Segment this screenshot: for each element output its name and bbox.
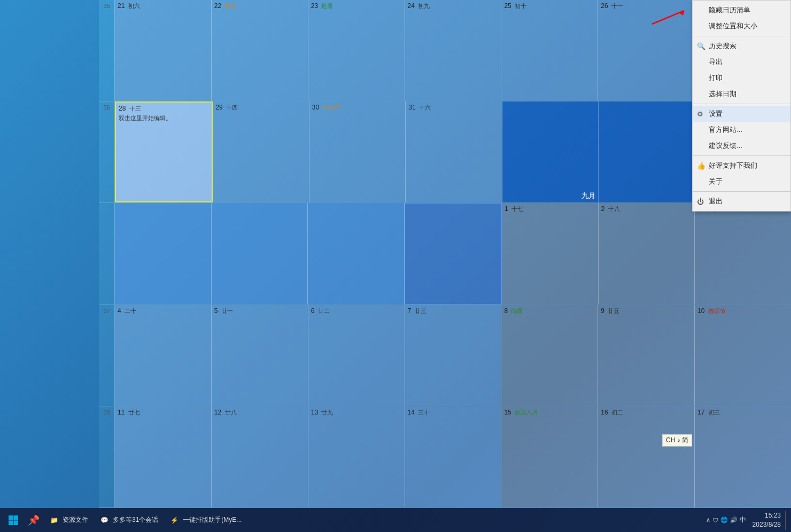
search-icon: 🔍 xyxy=(697,42,705,50)
day-lunar: 二十 xyxy=(125,308,136,314)
day-cell-sep12[interactable]: 12 廿八 xyxy=(212,406,308,507)
week-row-38: 38 11 廿七 12 廿八 13 廿九 14 三十 15 农历八月 xyxy=(99,406,791,508)
day-cell-28[interactable]: 28 十三 双击这里开始编辑。 xyxy=(115,101,213,202)
day-num: 6 xyxy=(311,307,315,315)
start-button[interactable] xyxy=(3,510,24,531)
menu-item-print[interactable]: 打印 xyxy=(693,70,790,86)
day-num: 13 xyxy=(311,409,318,416)
day-cell-29[interactable]: 29 十四 xyxy=(213,101,309,202)
svg-rect-2 xyxy=(9,515,13,520)
day-cell-sep9[interactable]: 9 廿五 xyxy=(598,305,695,406)
day-cell-31[interactable]: 31 十六 xyxy=(406,101,502,202)
menu-item-export[interactable]: 导出 xyxy=(693,54,790,70)
day-cell-23[interactable]: 23 处暑 xyxy=(308,0,405,101)
day-num: 23 xyxy=(311,2,318,10)
svg-rect-3 xyxy=(14,515,19,520)
menu-item-select-date[interactable]: 选择日期 xyxy=(693,86,790,102)
day-lunar: 初三 xyxy=(708,409,720,416)
menu-item-support[interactable]: 👍 好评支持下我们 xyxy=(693,158,790,174)
tray-chevron-icon[interactable]: ∧ xyxy=(706,517,710,523)
menu-item-hide-list[interactable]: 隐藏日历清单 xyxy=(693,2,790,18)
day-cell-24[interactable]: 24 初九 xyxy=(405,0,502,101)
menu-item-resize[interactable]: 调整位置和大小 xyxy=(693,18,790,34)
tray-volume-icon: 🔊 xyxy=(730,517,738,523)
day-num: 22 xyxy=(214,2,221,10)
day-cell-25[interactable]: 25 初十 xyxy=(501,0,598,101)
menu-item-exit[interactable]: ⏻ 退出 xyxy=(693,193,790,209)
day-lunar: 中元节 xyxy=(323,104,340,111)
week-num-38: 38 xyxy=(99,406,115,507)
windows-logo-icon xyxy=(8,515,19,526)
day-cell-26[interactable]: 26 十一 xyxy=(598,0,695,101)
day-cell-sep3[interactable]: 3 十九 xyxy=(695,203,791,304)
day-cell-sep15[interactable]: 15 农历八月 xyxy=(501,406,598,507)
day-cell-sep1[interactable]: 1 十七 xyxy=(502,203,599,304)
day-num: 17 xyxy=(697,409,704,416)
day-cell-m1[interactable] xyxy=(115,203,212,304)
menu-divider-3 xyxy=(693,155,790,156)
day-num: 9 xyxy=(601,307,604,315)
day-cell-m3[interactable] xyxy=(308,203,405,304)
day-num: 14 xyxy=(408,409,415,416)
day-num: 25 xyxy=(504,2,511,10)
taskbar-lang[interactable]: 中 xyxy=(738,515,748,525)
day-cell-sep10[interactable]: 10 教师节 xyxy=(695,305,791,406)
day-cell-30[interactable]: 30 中元节 xyxy=(309,101,406,202)
taskbar-item-helper[interactable]: ⚡ 一键排版助手(MyE... xyxy=(164,511,247,530)
day-lunar: 初十 xyxy=(515,3,526,9)
day-lunar: 廿一 xyxy=(221,308,233,314)
day-cell-sep4[interactable]: 4 二十 xyxy=(115,305,212,406)
settings-icon: ⚙ xyxy=(697,110,703,118)
day-cell-sep13[interactable]: 13 廿九 xyxy=(308,406,405,507)
menu-item-settings[interactable]: ⚙ 设置 xyxy=(693,106,790,122)
day-cell-sep14[interactable]: 14 三十 xyxy=(405,406,502,507)
day-lunar: 廿三 xyxy=(415,308,426,314)
day-cell-sep17[interactable]: 17 初三 xyxy=(695,406,791,507)
day-lunar: 廿二 xyxy=(318,308,330,314)
chat-label: 多多等31个会话 xyxy=(113,515,158,525)
show-desktop-button[interactable] xyxy=(785,511,788,530)
day-lunar: 农历八月 xyxy=(515,409,538,416)
day-cell-sep-1[interactable]: 九月 xyxy=(502,101,599,202)
day-cell-m2[interactable] xyxy=(212,203,308,304)
day-cell-22[interactable]: 22 初七 xyxy=(212,0,308,101)
calendar-grid: 35 21 初六 22 初七 23 处暑 24 初九 25 初十 26 xyxy=(99,0,791,508)
day-lunar: 十八 xyxy=(608,206,620,212)
day-num: 11 xyxy=(118,409,125,416)
menu-divider-2 xyxy=(693,104,790,104)
menu-item-about[interactable]: 关于 xyxy=(693,174,790,190)
system-tray: ∧ 🛡 🌐 🔊 xyxy=(706,517,738,523)
day-note: 双击这里开始编辑。 xyxy=(119,114,209,122)
taskbar-clock[interactable]: 15:23 2023/8/28 xyxy=(748,511,785,529)
helper-label: 一键排版助手(MyE... xyxy=(183,515,242,525)
taskbar-item-files[interactable]: 📁 资源文件 xyxy=(43,511,94,530)
day-lunar: 廿五 xyxy=(608,308,619,314)
day-num: 12 xyxy=(214,409,221,416)
day-cell-sel2[interactable] xyxy=(405,203,502,304)
day-cell-21[interactable]: 21 初六 xyxy=(115,0,212,101)
day-cell-sep16[interactable]: 16 初二 xyxy=(598,406,695,507)
day-lunar: 十四 xyxy=(226,104,238,111)
day-cell-sep6[interactable]: 6 廿二 xyxy=(308,305,405,406)
day-cell-sep8[interactable]: 8 白露 xyxy=(501,305,598,406)
menu-item-search[interactable]: 🔍 历史搜索 xyxy=(693,38,790,54)
day-lunar: 初七 xyxy=(225,3,237,9)
chat-icon: 💬 xyxy=(99,515,110,526)
menu-divider-4 xyxy=(693,191,790,192)
day-cell-sep7[interactable]: 7 廿三 xyxy=(405,305,502,406)
menu-item-official[interactable]: 官方网站... xyxy=(693,122,790,138)
day-cell-sep11[interactable]: 11 廿七 xyxy=(115,406,212,507)
day-cell-dark2[interactable] xyxy=(599,101,695,202)
taskbar-item-chat[interactable]: 💬 多多等31个会话 xyxy=(94,511,164,530)
day-cell-sep5[interactable]: 5 廿一 xyxy=(212,305,308,406)
day-num: 5 xyxy=(214,307,218,315)
week-num-37: 37 xyxy=(99,305,115,406)
day-num: 26 xyxy=(601,2,608,10)
files-label: 资源文件 xyxy=(63,515,88,525)
month-label: 九月 xyxy=(581,191,595,201)
day-num: 29 xyxy=(215,104,222,111)
day-cell-sep2[interactable]: 2 十八 xyxy=(599,203,695,304)
svg-rect-5 xyxy=(14,520,19,525)
day-lunar: 教师节 xyxy=(708,308,726,314)
menu-item-suggest[interactable]: 建议反馈... xyxy=(693,138,790,154)
